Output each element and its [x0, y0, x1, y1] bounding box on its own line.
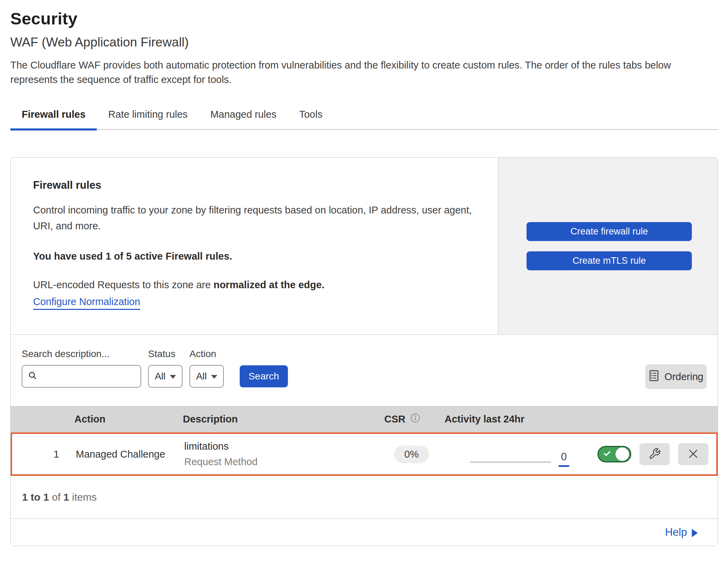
- rule-action: Managed Challenge: [76, 449, 184, 460]
- items-of: of: [49, 491, 63, 503]
- ordering-list-icon: [649, 370, 659, 384]
- check-icon: [603, 449, 611, 459]
- delete-rule-button[interactable]: [678, 443, 708, 465]
- rule-activity-cell: 0: [446, 434, 584, 474]
- rule-description-cell: limitations Request Method: [184, 441, 377, 468]
- chevron-down-icon: [211, 375, 217, 379]
- column-header-csr: CSR: [384, 414, 405, 425]
- table-row-rule-1: 1 Managed Challenge limitations Request …: [11, 432, 718, 476]
- normalization-bold: normalized at the edge.: [214, 279, 324, 290]
- toggle-knob: [615, 447, 629, 461]
- close-icon: [687, 448, 699, 461]
- column-header-description: Description: [183, 414, 376, 425]
- info-icon[interactable]: [410, 413, 420, 426]
- rule-enabled-toggle[interactable]: [597, 446, 631, 462]
- pagination-summary: 1 to 1 of 1 items: [11, 476, 718, 519]
- rules-tab-bar: Firewall rules Rate limiting rules Manag…: [10, 109, 718, 130]
- overview-heading: Firewall rules: [33, 179, 477, 191]
- search-label: Search description...: [22, 348, 141, 359]
- wrench-icon: [648, 448, 661, 461]
- rule-expression: Request Method: [184, 456, 377, 468]
- items-range: 1 to 1: [22, 491, 49, 503]
- search-icon: [28, 371, 38, 382]
- firewall-rules-card: Firewall rules Control incoming traffic …: [10, 157, 718, 546]
- security-waf-page: Security WAF (Web Application Firewall) …: [0, 0, 728, 546]
- action-select[interactable]: All: [189, 365, 224, 388]
- chevron-down-icon: [170, 375, 176, 379]
- rule-description: limitations: [184, 441, 377, 452]
- action-select-value: All: [196, 371, 207, 382]
- status-select-value: All: [155, 371, 165, 382]
- filter-bar: Search description... Status All Action: [11, 335, 718, 406]
- tab-firewall-rules[interactable]: Firewall rules: [10, 109, 97, 129]
- help-row: Help: [11, 519, 718, 546]
- column-header-activity: Activity last 24hr: [445, 414, 582, 425]
- rule-controls-cell: [584, 443, 716, 465]
- items-total: 1: [63, 491, 69, 503]
- activity-count-link[interactable]: 0: [559, 451, 569, 467]
- page-description: The Cloudflare WAF provides both automat…: [10, 58, 713, 87]
- tab-tools[interactable]: Tools: [288, 109, 334, 129]
- tab-rate-limiting-rules[interactable]: Rate limiting rules: [97, 109, 199, 129]
- column-header-action: Action: [74, 414, 183, 425]
- ordering-button-label: Ordering: [665, 371, 704, 383]
- create-firewall-rule-button[interactable]: Create firewall rule: [527, 222, 692, 241]
- items-word: items: [69, 491, 97, 503]
- overview-description: Control incoming traffic to your zone by…: [33, 202, 474, 234]
- create-mtls-rule-button[interactable]: Create mTLS rule: [527, 251, 692, 270]
- create-actions-panel: Create firewall rule Create mTLS rule: [498, 158, 718, 334]
- overview-text-panel: Firewall rules Control incoming traffic …: [11, 158, 498, 334]
- ordering-button[interactable]: Ordering: [645, 364, 707, 389]
- search-input-wrapper: [22, 365, 141, 388]
- search-input[interactable]: [41, 371, 135, 382]
- status-label: Status: [148, 348, 183, 359]
- help-arrow-icon: [692, 529, 698, 537]
- rule-priority: 1: [12, 448, 76, 460]
- rule-csr-cell: 0%: [377, 446, 446, 463]
- search-button[interactable]: Search: [240, 365, 288, 387]
- rules-table-header: Action Description CSR Activity last 24h…: [11, 406, 718, 432]
- action-label: Action: [189, 348, 224, 359]
- normalization-text: URL-encoded Requests to this zone are: [33, 279, 214, 290]
- page-subtitle: WAF (Web Application Firewall): [10, 35, 718, 50]
- status-select[interactable]: All: [148, 365, 183, 388]
- page-title: Security: [10, 9, 718, 28]
- configure-normalization-link[interactable]: Configure Normalization: [33, 296, 140, 310]
- overview-section: Firewall rules Control incoming traffic …: [11, 158, 718, 335]
- usage-summary: You have used 1 of 5 active Firewall rul…: [33, 251, 477, 262]
- normalization-note: URL-encoded Requests to this zone are no…: [33, 279, 477, 291]
- edit-rule-button[interactable]: [639, 443, 670, 465]
- csr-badge: 0%: [394, 446, 429, 463]
- tab-managed-rules[interactable]: Managed rules: [199, 109, 288, 129]
- help-link[interactable]: Help: [665, 526, 687, 539]
- activity-sparkline: [470, 462, 551, 462]
